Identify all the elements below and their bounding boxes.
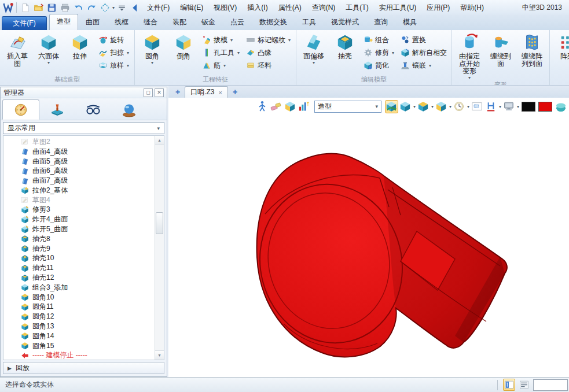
view-face-icon[interactable] <box>435 100 448 113</box>
history-manager-tab[interactable] <box>2 99 39 120</box>
ribbon-small-button[interactable]: 坯料 <box>244 59 293 72</box>
ribbon-tab[interactable]: 缝合 <box>136 14 165 30</box>
layer-filter-icon[interactable] <box>298 100 311 113</box>
tree-item[interactable]: 圆角13 <box>3 321 164 331</box>
ribbon-button[interactable]: 圆角▾ <box>137 31 168 75</box>
ribbon-small-button[interactable]: 解析自相交 <box>399 46 449 59</box>
ribbon-small-button[interactable]: 修剪▾ <box>362 46 397 59</box>
color-black-swatch[interactable] <box>522 102 535 112</box>
menu-item[interactable]: 文件(F) <box>142 1 175 15</box>
menu-item[interactable]: 视图(V) <box>208 1 242 15</box>
save-icon[interactable] <box>45 1 58 14</box>
view-orient-icon[interactable] <box>98 1 112 14</box>
ribbon-small-button[interactable]: 孔工具▾ <box>200 46 242 59</box>
tab-close-icon[interactable]: × <box>219 89 222 96</box>
menu-item[interactable]: 帮助(H) <box>455 1 489 15</box>
ribbon-button[interactable]: 阵列 <box>552 31 569 75</box>
print-icon[interactable] <box>58 1 72 14</box>
customize-quickbar-icon[interactable] <box>115 1 129 14</box>
ribbon-tab[interactable]: 曲面 <box>78 14 107 30</box>
pick-filter-cube-icon[interactable] <box>284 100 297 113</box>
ribbon-small-button[interactable]: 扫掠▾ <box>97 46 131 59</box>
tree-item[interactable]: 圆角12 <box>3 312 164 321</box>
ribbon-small-button[interactable]: 旋转 <box>97 34 131 46</box>
tree-item[interactable]: 曲面6_高级 <box>3 166 164 176</box>
ribbon-button[interactable]: 抽壳 <box>329 31 361 75</box>
ribbon-tab[interactable]: 线框 <box>107 14 136 30</box>
collapse-menubar-icon[interactable] <box>129 1 142 14</box>
ribbon-tab[interactable]: 装配 <box>165 14 194 30</box>
ribbon-tab[interactable]: 工具 <box>295 14 324 30</box>
ribbon-small-button[interactable]: 组合 <box>362 34 397 46</box>
tree-item[interactable]: 修剪3 <box>3 205 164 215</box>
scrollbar-thumb[interactable] <box>156 212 163 234</box>
tree-item[interactable]: 曲面4_高级 <box>3 147 164 157</box>
ribbon-small-button[interactable]: 简化 <box>362 59 397 72</box>
replay-section[interactable]: ▶ 回放 <box>3 362 164 374</box>
library-manager-tab[interactable] <box>111 101 147 120</box>
open-file-icon[interactable] <box>32 1 45 14</box>
tree-item[interactable]: 抽壳12 <box>3 273 164 283</box>
tree-item[interactable]: 抽壳9 <box>3 244 164 254</box>
ribbon-small-button[interactable]: 凸缘 <box>244 46 293 59</box>
menu-item[interactable]: 实用工具(U) <box>374 1 422 15</box>
eraser-icon[interactable] <box>270 100 283 113</box>
tree-item[interactable]: 炸开5_曲面 <box>3 224 164 234</box>
close-panel-icon[interactable]: ✕ <box>155 88 164 97</box>
tree-item[interactable]: 圆角14 <box>3 331 164 341</box>
tree-item[interactable]: 曲面7_高级 <box>3 176 164 186</box>
tree-item[interactable]: ----- 建模停止 ----- <box>3 351 164 360</box>
ribbon-button[interactable]: 插入草图 <box>2 31 33 75</box>
view-rotate-icon[interactable] <box>453 100 466 113</box>
file-menu-button[interactable]: 文件(F) <box>2 16 47 30</box>
view-standard-icon[interactable] <box>399 100 412 113</box>
tree-item[interactable]: 抽壳10 <box>3 254 164 264</box>
auto-regen-icon[interactable] <box>385 100 398 113</box>
ribbon-tab[interactable]: 视觉样式 <box>324 14 366 30</box>
tree-item[interactable]: 草图4 <box>3 195 164 205</box>
menu-item[interactable]: 插入(I) <box>242 1 273 15</box>
tree-item[interactable]: 圆角11 <box>3 302 164 312</box>
visual-manager-tab[interactable] <box>75 101 111 120</box>
tree-item[interactable]: 抽壳11 <box>3 263 164 273</box>
ribbon-button[interactable]: 缠绕阵列到面 <box>516 31 548 80</box>
zoom-window-icon[interactable] <box>471 100 484 113</box>
ribbon-button[interactable]: 拉伸 <box>64 31 96 75</box>
ribbon-small-button[interactable]: 镶嵌▾ <box>399 59 449 72</box>
ribbon-small-button[interactable]: 放样▾ <box>97 59 131 72</box>
ribbon-small-button[interactable]: 拔模▾ <box>200 34 242 46</box>
menu-item[interactable]: 编辑(E) <box>175 1 208 15</box>
ribbon-tab[interactable]: 点云 <box>223 14 252 30</box>
ribbon-tab[interactable]: 钣金 <box>194 14 223 30</box>
tree-item[interactable]: 炸开4_曲面 <box>3 215 164 224</box>
view-iso-icon[interactable] <box>417 100 430 113</box>
float-panel-icon[interactable]: ◻ <box>144 88 153 97</box>
ribbon-tab[interactable]: 查询 <box>366 14 395 30</box>
command-list-icon[interactable] <box>518 379 530 391</box>
menu-item[interactable]: 工具(T) <box>340 1 373 15</box>
display-mode-icon[interactable] <box>502 100 516 113</box>
tree-item[interactable]: 抽壳8 <box>3 234 164 244</box>
ribbon-button[interactable]: 六面体▾ <box>33 31 64 75</box>
tree-item[interactable]: 草图2 <box>3 137 164 147</box>
ribbon-tab[interactable]: 造型 <box>49 14 78 30</box>
whistle-3d-model[interactable] <box>243 145 521 364</box>
menu-item[interactable]: 属性(A) <box>273 1 307 15</box>
ribbon-small-button[interactable]: 置换 <box>399 34 449 46</box>
menu-item[interactable]: 查询(N) <box>307 1 341 15</box>
color-red-swatch[interactable] <box>538 102 552 112</box>
tree-item[interactable]: 曲面5_高级 <box>3 157 164 167</box>
assembly-manager-tab[interactable] <box>39 101 75 120</box>
tree-item[interactable]: 圆角15 <box>3 341 164 351</box>
tree-item[interactable]: 圆角10 <box>3 293 164 302</box>
ribbon-button[interactable]: 缠绕到面 <box>485 31 516 80</box>
panel-toggle-icon[interactable] <box>503 379 515 391</box>
tree-item[interactable]: 拉伸2_基体 <box>3 186 164 195</box>
material-render-icon[interactable] <box>554 100 567 113</box>
add-tab-icon[interactable]: + <box>228 87 242 98</box>
document-tab[interactable]: 口哨.Z3 × <box>185 86 228 98</box>
ribbon-small-button[interactable]: 标记螺纹▾ <box>244 34 293 46</box>
tree-filter-dropdown[interactable]: 显示常用 ▾ <box>3 122 164 134</box>
undo-icon[interactable] <box>72 1 85 14</box>
new-tab-icon[interactable]: + <box>171 87 185 98</box>
